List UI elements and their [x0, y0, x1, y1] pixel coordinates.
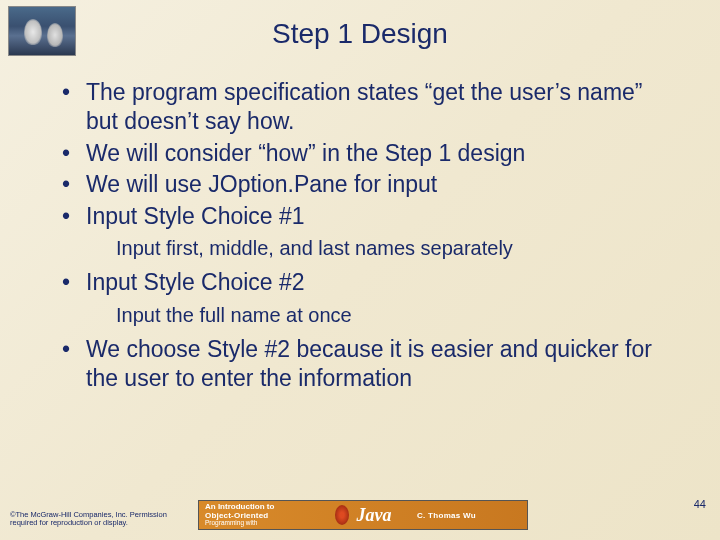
book-banner: An Introduction to Object-Oriented Progr… — [198, 500, 528, 530]
bullet-item: Input Style Choice #1 — [58, 202, 680, 231]
bullet-item: We will use JOption.Pane for input — [58, 170, 680, 199]
sub-bullet-item: Input the full name at once — [58, 302, 680, 329]
slide-footer: ©The McGraw-Hill Companies, Inc. Permiss… — [0, 498, 720, 532]
slide-body: The program specification states “get th… — [0, 78, 720, 394]
banner-line3: Programming with — [205, 520, 339, 527]
slide-title: Step 1 Design — [0, 0, 720, 78]
header-decorative-image — [8, 6, 76, 56]
bullet-item: The program specification states “get th… — [58, 78, 680, 137]
bullet-item: Input Style Choice #2 — [58, 268, 680, 297]
bullet-item: We will consider “how” in the Step 1 des… — [58, 139, 680, 168]
sub-bullet-item: Input first, middle, and last names sepa… — [58, 235, 680, 262]
java-logo: Java — [339, 501, 409, 529]
banner-title-block: An Introduction to Object-Oriented Progr… — [199, 503, 339, 527]
banner-author: C. Thomas Wu — [409, 511, 527, 520]
bullet-item: We choose Style #2 because it is easier … — [58, 335, 680, 394]
copyright-text: ©The McGraw-Hill Companies, Inc. Permiss… — [10, 511, 180, 528]
page-number: 44 — [694, 498, 706, 510]
